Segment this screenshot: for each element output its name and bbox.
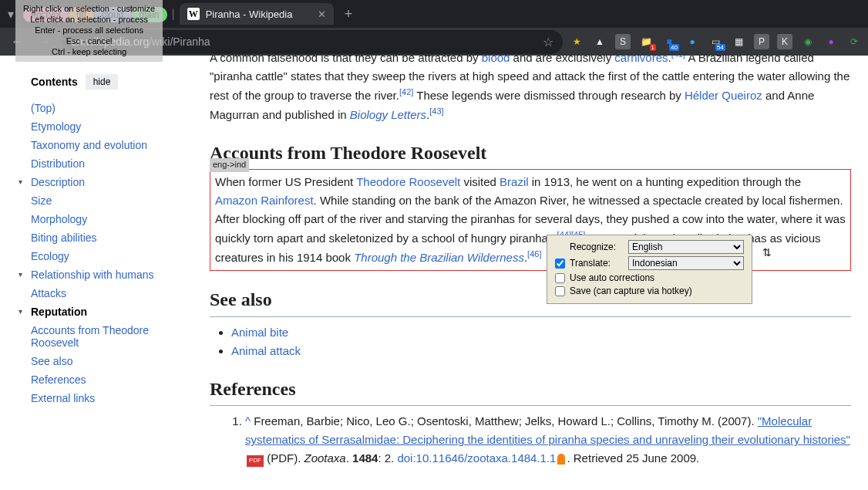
citation-41[interactable]: [41]: [671, 56, 685, 59]
s-icon[interactable]: S: [615, 34, 631, 49]
open-access-icon: [557, 454, 565, 465]
box-badge[interactable]: ■40: [661, 34, 677, 49]
chevron-icon[interactable]: ▾: [19, 270, 22, 279]
link-queiroz[interactable]: Hélder Queiroz: [685, 89, 762, 102]
translate-panel[interactable]: Recognize: English ⇅ Translate: Indonesi…: [547, 235, 752, 304]
link-brazil[interactable]: Brazil: [500, 175, 529, 188]
toc-references[interactable]: References: [31, 373, 86, 386]
paragraph-falsehood: A common falsehood is that they can be a…: [210, 56, 851, 124]
toc-ecology[interactable]: Ecology: [31, 250, 69, 262]
see-also-animal-bite[interactable]: Animal bite: [231, 326, 288, 339]
link-carnivores[interactable]: carnivores: [614, 56, 668, 64]
contents-heading: Contents: [31, 76, 78, 88]
orb-icon[interactable]: ●: [685, 34, 700, 49]
recognize-label: Recognize:: [570, 242, 624, 252]
refresh-icon[interactable]: ⟳: [846, 34, 862, 49]
article-body: A common falsehood is that they can be a…: [193, 56, 868, 490]
k-icon[interactable]: K: [777, 34, 792, 49]
ref-doi[interactable]: doi:10.11646/zootaxa.1484.1.1: [397, 451, 556, 465]
auto-corrections-checkbox[interactable]: [555, 273, 565, 283]
toc-etymology[interactable]: Etymology: [31, 120, 81, 133]
pm-icon[interactable]: P: [754, 34, 769, 49]
doc-badge[interactable]: ▭54: [708, 34, 723, 49]
close-icon[interactable]: ✕: [318, 8, 326, 20]
link-book[interactable]: Through the Brazilian Wilderness: [354, 251, 524, 264]
toc-external-links[interactable]: External links: [31, 392, 95, 404]
extension-icons: ★▲S📁1■40●▭54▦PK◉●⟳: [569, 34, 862, 49]
link-biology-letters[interactable]: Biology Letters: [350, 108, 426, 121]
citation-42[interactable]: [42]: [399, 87, 413, 96]
chevron-icon[interactable]: ▾: [19, 177, 22, 186]
grid-icon[interactable]: ▦: [731, 34, 746, 49]
link-blood[interactable]: blood: [482, 56, 510, 64]
new-tab-button[interactable]: +: [338, 6, 359, 22]
folder-badge[interactable]: 📁1: [638, 34, 654, 49]
translate-select[interactable]: Indonesian: [628, 256, 744, 270]
toc-accounts-from-theodore-roosevelt[interactable]: Accounts from Theodore Roosevelt: [31, 324, 149, 349]
tab-title: Piranha - Wikipedia: [206, 8, 293, 20]
toc-description[interactable]: Description: [31, 176, 85, 188]
globe-icon[interactable]: ◉: [800, 34, 816, 49]
toc-reputation[interactable]: Reputation: [31, 306, 87, 318]
toc-biting-abilities[interactable]: Biting abilities: [31, 231, 97, 244]
heading-roosevelt: Accounts from Theodore Roosevelt: [210, 138, 851, 169]
translation-selection[interactable]: eng->ind When former US President Theodo…: [210, 169, 851, 271]
toc-taxonomy-and-evolution[interactable]: Taxonomy and evolution: [31, 139, 147, 151]
selection-label: eng->ind: [210, 158, 249, 172]
toc-morphology[interactable]: Morphology: [31, 213, 87, 225]
chevron-icon[interactable]: ▾: [19, 307, 22, 316]
toc-relationship-with-humans[interactable]: Relationship with humans: [31, 269, 154, 281]
translate-checkbox[interactable]: [555, 259, 565, 269]
reference-1: ^ Freeman, Barbie; Nico, Leo G.; Osentos…: [245, 412, 851, 468]
ref-caret[interactable]: ^: [245, 414, 251, 427]
swap-icon[interactable]: ⇅: [762, 246, 772, 259]
toc-distribution[interactable]: Distribution: [31, 157, 85, 170]
tab-separator: |: [172, 7, 175, 21]
heading-references: References: [210, 374, 851, 406]
see-also-animal-attack[interactable]: Animal attack: [231, 344, 301, 357]
toc-see-also[interactable]: See also: [31, 355, 72, 367]
wikipedia-favicon: W: [187, 8, 200, 20]
hide-button[interactable]: hide: [86, 74, 119, 90]
toc-attacks[interactable]: Attacks: [31, 287, 66, 299]
fav-icon[interactable]: ★: [569, 34, 584, 49]
contents-sidebar: Contents hide (Top)EtymologyTaxonomy and…: [0, 56, 193, 490]
toc-size[interactable]: Size: [31, 194, 52, 207]
cloud-icon[interactable]: ▲: [592, 34, 607, 49]
link-roosevelt[interactable]: Theodore Roosevelt: [356, 175, 460, 188]
link-amazon[interactable]: Amazon Rainforest: [215, 194, 314, 207]
see-also-list: Animal biteAnimal attack: [210, 323, 851, 360]
pdf-icon[interactable]: PDF: [247, 455, 264, 467]
tab-active[interactable]: W Piranha - Wikipedia ✕: [180, 3, 334, 25]
toc--top-[interactable]: (Top): [31, 102, 56, 114]
citation-43[interactable]: [43]: [429, 106, 443, 116]
references-list: ^ Freeman, Barbie; Nico, Leo G.; Osentos…: [210, 412, 851, 468]
save-checkbox[interactable]: [555, 286, 565, 296]
selection-tooltip: Right click on selection - customize Lef…: [15, 0, 163, 62]
heading-see-also: See also: [210, 285, 851, 316]
recognize-select[interactable]: English: [628, 240, 744, 254]
purple-icon[interactable]: ●: [823, 34, 839, 49]
toc-list: (Top)EtymologyTaxonomy and evolutionDist…: [31, 99, 179, 407]
bookmark-icon[interactable]: ☆: [543, 35, 553, 49]
translate-label: Translate:: [570, 258, 624, 269]
